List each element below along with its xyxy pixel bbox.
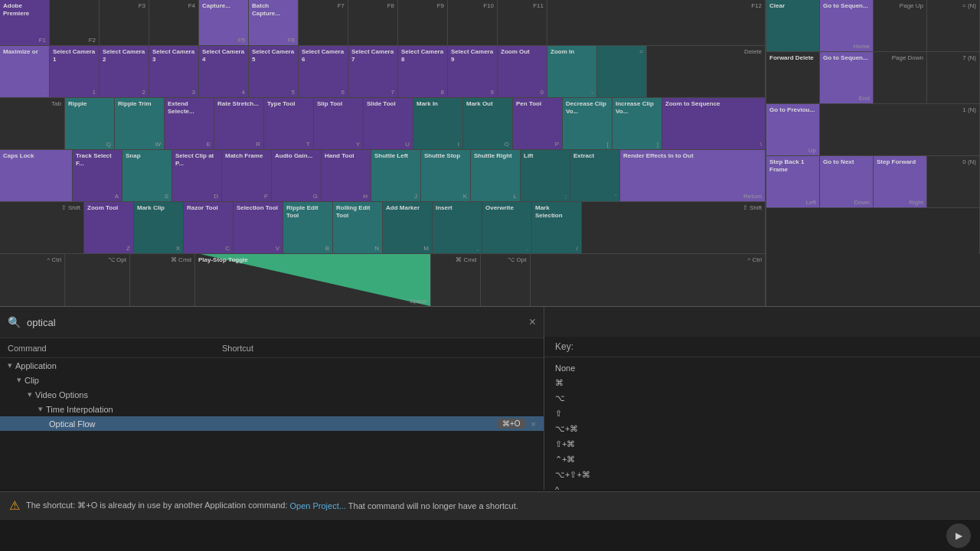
extend-sel-key[interactable]: Extend Selecte... E bbox=[165, 98, 214, 149]
go-to-next-key[interactable]: Go to Next Down bbox=[820, 156, 874, 207]
tree-row-clip[interactable]: ▾ Clip bbox=[0, 373, 544, 387]
shortcut-badge: ⌘+O bbox=[498, 419, 525, 429]
cmd-right-key[interactable]: ⌘ Cmd bbox=[431, 254, 481, 306]
f3-key[interactable]: F3 bbox=[100, 0, 149, 45]
f11-key[interactable]: F11 bbox=[498, 0, 547, 45]
f12-key[interactable]: F12 bbox=[547, 0, 766, 45]
command-column bbox=[662, 364, 969, 510]
overwrite-key[interactable]: Overwrite . bbox=[482, 202, 532, 253]
delete-key[interactable]: Delete bbox=[647, 46, 766, 97]
shift-right-key[interactable]: ⇧ Shift bbox=[582, 202, 766, 253]
rolling-edit-key[interactable]: Rolling Edit Tool N bbox=[333, 202, 383, 253]
fwd-del-key[interactable]: Forward Delete bbox=[766, 52, 820, 103]
ctrl-right-key[interactable]: ^ Ctrl bbox=[531, 254, 766, 306]
cam4-key[interactable]: Select Camera 4 4 bbox=[199, 46, 249, 97]
razor-tool-key[interactable]: Razor Tool C bbox=[184, 202, 234, 253]
f9-key[interactable]: F9 bbox=[398, 0, 448, 45]
shuttle-stop-key[interactable]: Shuttle Stop K bbox=[421, 150, 471, 201]
eq-num-key[interactable]: = (N) bbox=[927, 0, 980, 51]
insert-key[interactable]: Insert , bbox=[433, 202, 482, 253]
track-sel-key[interactable]: Track Select F... A bbox=[73, 150, 122, 201]
zoom-out-key[interactable]: Zoom Out 0 bbox=[498, 46, 547, 97]
step-back-key[interactable]: Step Back 1 Frame Left bbox=[766, 156, 820, 207]
rp-empty1 bbox=[766, 208, 980, 254]
add-marker-key[interactable]: Add Marker M bbox=[383, 202, 433, 253]
go-to-seq-home-key[interactable]: Go to Sequen... Home bbox=[820, 0, 874, 51]
lift-key[interactable]: Lift ; bbox=[521, 150, 570, 201]
cam3-key[interactable]: Select Camera 3 3 bbox=[149, 46, 199, 97]
f2-key[interactable]: F2 bbox=[50, 0, 100, 45]
opt-right-key[interactable]: ⌥ Opt bbox=[481, 254, 531, 306]
cam1-key[interactable]: Select Camera 1 1 bbox=[50, 46, 100, 97]
f7-key[interactable]: F7 bbox=[299, 0, 348, 45]
tree-row-video-options[interactable]: ▾ Video Options bbox=[0, 387, 544, 402]
match-frame-key[interactable]: Match Frame F bbox=[222, 150, 272, 201]
tree-row-optical-flow[interactable]: Optical Flow ⌘+O × bbox=[0, 416, 544, 431]
clear-search-button[interactable]: × bbox=[529, 315, 536, 329]
cam7-key[interactable]: Select Camera 7 7 bbox=[348, 46, 398, 97]
cmd-left-key[interactable]: ⌘ Cmd bbox=[130, 254, 195, 306]
slide-tool-key[interactable]: Slide Tool U bbox=[364, 98, 413, 149]
f5-key[interactable]: Capture... F5 bbox=[199, 0, 249, 45]
f4-key[interactable]: F4 bbox=[149, 0, 199, 45]
cam2-key[interactable]: Select Camera 2 2 bbox=[100, 46, 149, 97]
tree-row-time-interp[interactable]: ▾ Time Interpolation bbox=[0, 402, 544, 416]
0n-key[interactable]: 0 (N) bbox=[927, 156, 980, 207]
ripple-key[interactable]: Ripple Q bbox=[65, 98, 115, 149]
ctrl-left-key[interactable]: ^ Ctrl bbox=[0, 254, 65, 306]
hand-tool-key[interactable]: Hand Tool H bbox=[322, 150, 371, 201]
mark-out-key[interactable]: Mark Out O bbox=[463, 98, 513, 149]
snap-key[interactable]: Snap S bbox=[122, 150, 172, 201]
cam5-key[interactable]: Select Camera 5 5 bbox=[249, 46, 299, 97]
play-button[interactable]: ▶ bbox=[946, 523, 971, 548]
tree-row-application[interactable]: ▾ Application bbox=[0, 358, 544, 373]
cam6-key[interactable]: Select Camera 6 6 bbox=[299, 46, 348, 97]
rate-stretch-key[interactable]: Rate Stretch... R bbox=[214, 98, 264, 149]
eq-key[interactable]: = bbox=[597, 46, 647, 97]
caps-lock-key[interactable]: Caps Lock bbox=[0, 150, 73, 201]
f6-key[interactable]: Batch Capture... F6 bbox=[249, 0, 299, 45]
shuttle-left-key[interactable]: Shuttle Left J bbox=[371, 150, 421, 201]
pen-tool-key[interactable]: Pen Tool P bbox=[513, 98, 563, 149]
shift-left-key[interactable]: ⇧ Shift bbox=[0, 202, 84, 253]
page-up-key[interactable]: Page Up bbox=[874, 0, 927, 51]
warning-link[interactable]: Open Project... bbox=[289, 501, 345, 510]
type-tool-key[interactable]: Type Tool T bbox=[264, 98, 314, 149]
maximize-key[interactable]: Maximize or ` bbox=[0, 46, 50, 97]
zoom-tool-key[interactable]: Zoom Tool Z bbox=[84, 202, 134, 253]
ripple-trim-key[interactable]: Ripple Trim W bbox=[115, 98, 165, 149]
extract-key[interactable]: Extract ' bbox=[570, 150, 620, 201]
search-input[interactable] bbox=[27, 317, 529, 328]
sel-clip-key[interactable]: Select Clip at P... D bbox=[172, 150, 222, 201]
slip-tool-key[interactable]: Slip Tool Y bbox=[314, 98, 364, 149]
go-to-seq-end-key[interactable]: Go to Sequen... End bbox=[820, 52, 874, 103]
mark-clip-key[interactable]: Mark Clip X bbox=[134, 202, 184, 253]
mark-in-key[interactable]: Mark In I bbox=[413, 98, 463, 149]
up-key[interactable]: Go to Previou... Up bbox=[766, 104, 820, 155]
cam9-key[interactable]: Select Camera 9 9 bbox=[448, 46, 498, 97]
f10-key[interactable]: F10 bbox=[448, 0, 498, 45]
ripple-edit-key[interactable]: Ripple Edit Tool B bbox=[283, 202, 333, 253]
cam8-key[interactable]: Select Camera 8 8 bbox=[398, 46, 448, 97]
step-fwd-key[interactable]: Step Forward Right bbox=[874, 156, 927, 207]
ctrl-row: ^ Ctrl ⌥ Opt ⌘ Cmd Play-Stop Toggle Spac… bbox=[0, 254, 766, 306]
zoom-in-key[interactable]: Zoom In - bbox=[547, 46, 597, 97]
clear-key[interactable]: Clear bbox=[766, 0, 820, 51]
selection-tool-key[interactable]: Selection Tool V bbox=[234, 202, 283, 253]
tab-key[interactable]: Tab bbox=[0, 98, 65, 149]
mark-sel-key[interactable]: Mark Selection / bbox=[532, 202, 582, 253]
spacebar-key[interactable]: Play-Stop Toggle Space bbox=[195, 254, 431, 306]
render-effects-key[interactable]: Render Effects In to Out Return bbox=[620, 150, 766, 201]
page-dn-key[interactable]: Page Down bbox=[874, 52, 927, 103]
adobe-premiere-key[interactable]: Adobe Premiere F1 bbox=[0, 0, 50, 45]
f8-key[interactable]: F8 bbox=[348, 0, 398, 45]
opt-left-key[interactable]: ⌥ Opt bbox=[65, 254, 130, 306]
zoom-seq-key[interactable]: Zoom to Sequence \ bbox=[662, 98, 766, 149]
shuttle-right-key[interactable]: Shuttle Right L bbox=[471, 150, 521, 201]
inc-clip-key[interactable]: Increase Clip Vo... ] bbox=[612, 98, 662, 149]
7n-key[interactable]: 7 (N) bbox=[927, 52, 980, 103]
dec-clip-key[interactable]: Decrease Clip Vo... [ bbox=[563, 98, 612, 149]
remove-shortcut-button[interactable]: × bbox=[531, 419, 536, 429]
1n-key[interactable]: 1 (N) bbox=[820, 104, 980, 155]
audio-gain-key[interactable]: Audio Gain... G bbox=[272, 150, 322, 201]
